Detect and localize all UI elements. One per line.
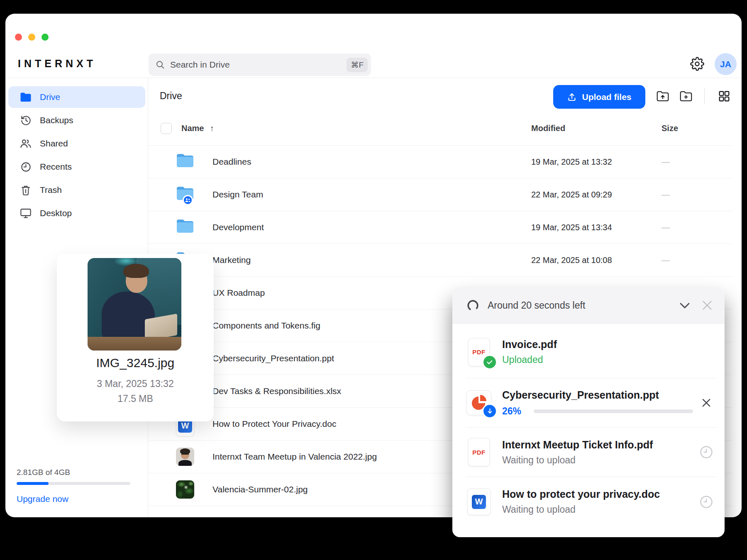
shared-people-icon bbox=[20, 137, 32, 150]
file-name: Marketing bbox=[212, 255, 251, 265]
preview-date: 3 Mar, 2025 13:32 bbox=[57, 378, 214, 390]
select-all-checkbox[interactable] bbox=[161, 123, 172, 134]
trash-icon bbox=[20, 184, 32, 196]
table-row[interactable]: Development 19 Mar, 2025 at 13:34 — bbox=[148, 211, 732, 244]
table-row[interactable]: Design Team 22 Mar, 2025 at 09:29 — bbox=[148, 178, 732, 211]
powerpoint-file-icon bbox=[466, 390, 492, 415]
file-size: — bbox=[662, 223, 670, 232]
storage-usage-text: 2.81GB of 4GB bbox=[17, 468, 130, 477]
close-icon bbox=[701, 299, 714, 312]
upload-icon bbox=[567, 92, 577, 102]
file-name: Internxt Team Meetup in Valencia 2022.jp… bbox=[212, 452, 377, 462]
app-window: INTERNXT Search in Drive ⌘F JA Drive bbox=[5, 14, 742, 517]
preview-size: 17.5 MB bbox=[57, 393, 214, 404]
sidebar-item-recents[interactable]: Recents bbox=[8, 156, 145, 178]
settings-gear-icon[interactable] bbox=[690, 57, 704, 71]
chevron-down-icon bbox=[678, 298, 692, 312]
file-name: Design Team bbox=[212, 190, 263, 200]
file-modified: 19 Mar, 2025 at 13:32 bbox=[531, 157, 612, 167]
file-name: Deadlines bbox=[212, 157, 251, 167]
sidebar-item-label: Drive bbox=[40, 92, 60, 102]
file-size: — bbox=[662, 157, 670, 167]
upload-item-name: Cybersecurity_Presentation.ppt bbox=[502, 389, 697, 401]
preview-image bbox=[88, 258, 181, 351]
close-icon bbox=[700, 397, 713, 409]
upload-item: PDF Invoice.pdf Uploaded bbox=[466, 326, 717, 378]
file-name: Valencia-Summer-02.jpg bbox=[212, 485, 308, 494]
internxt-logo: INTERNXT bbox=[18, 58, 96, 70]
upload-folder-icon[interactable] bbox=[657, 90, 669, 102]
sidebar-item-label: Recents bbox=[40, 162, 72, 172]
upload-files-button[interactable]: Upload files bbox=[553, 85, 645, 109]
waiting-clock-icon bbox=[697, 445, 715, 460]
file-name: Components and Tokens.fig bbox=[212, 321, 320, 331]
column-header-modified[interactable]: Modified bbox=[531, 124, 565, 133]
search-shortcut-badge: ⌘F bbox=[347, 58, 368, 72]
upload-progress-panel: Around 20 seconds left PDF Invoice.pdf bbox=[452, 287, 725, 537]
table-row[interactable]: Deadlines 19 Mar, 2025 at 13:32 — bbox=[148, 146, 732, 178]
upload-item-status: Uploaded bbox=[502, 354, 715, 365]
cancel-upload-button[interactable] bbox=[697, 397, 715, 409]
upload-progress-track bbox=[534, 409, 693, 413]
table-row[interactable]: Marketing 22 Mar, 2025 at 10:08 — bbox=[148, 244, 732, 277]
upload-item: PDF Internxt Meetup Ticket Info.pdf Wait… bbox=[466, 428, 717, 477]
file-size: — bbox=[662, 256, 670, 265]
drive-folder-icon bbox=[20, 91, 32, 103]
spinner-icon bbox=[466, 299, 479, 312]
upload-item-name: Invoice.pdf bbox=[502, 338, 715, 351]
sidebar-item-backups[interactable]: Backups bbox=[8, 110, 145, 131]
upload-item: Cybersecurity_Presentation.ppt 26% bbox=[466, 378, 717, 428]
folder-icon bbox=[176, 218, 194, 236]
file-name: Cybersecurity_Presentation.ppt bbox=[212, 353, 334, 363]
search-placeholder: Search in Drive bbox=[170, 60, 347, 70]
column-header-name[interactable]: Name↑ bbox=[181, 124, 214, 133]
upload-files-label: Upload files bbox=[582, 92, 631, 102]
collapse-panel-button[interactable] bbox=[676, 297, 693, 314]
desktop-monitor-icon bbox=[20, 207, 32, 219]
uploading-arrow-icon bbox=[482, 404, 497, 419]
upload-item-status: Waiting to upload bbox=[502, 504, 697, 515]
sidebar-item-desktop[interactable]: Desktop bbox=[8, 202, 145, 224]
file-modified: 22 Mar, 2025 at 09:29 bbox=[531, 190, 612, 200]
close-panel-button[interactable] bbox=[699, 297, 715, 314]
sidebar-item-label: Desktop bbox=[40, 208, 72, 218]
search-input[interactable]: Search in Drive ⌘F bbox=[149, 54, 371, 76]
file-name: Development bbox=[212, 222, 264, 232]
user-avatar[interactable]: JA bbox=[715, 53, 737, 75]
file-size: — bbox=[662, 190, 670, 200]
pdf-file-icon: PDF bbox=[466, 338, 492, 366]
upload-item-status: Waiting to upload bbox=[502, 455, 697, 466]
page-title: Drive bbox=[160, 90, 182, 102]
upload-percent: 26% bbox=[502, 406, 529, 417]
sidebar-item-shared[interactable]: Shared bbox=[8, 133, 145, 154]
file-name: Dev Tasks & Responsibilities.xlsx bbox=[212, 386, 341, 396]
search-icon bbox=[155, 60, 165, 70]
photo-thumbnail bbox=[176, 448, 194, 466]
storage-progress-track bbox=[17, 482, 130, 485]
file-modified: 22 Mar, 2025 at 10:08 bbox=[531, 256, 612, 265]
pdf-file-icon: PDF bbox=[466, 438, 492, 466]
sidebar-item-drive[interactable]: Drive bbox=[8, 86, 145, 108]
sidebar-item-label: Trash bbox=[40, 185, 62, 195]
upload-time-remaining: Around 20 seconds left bbox=[488, 300, 676, 311]
toolbar-divider bbox=[704, 88, 705, 104]
sidebar-item-label: Backups bbox=[40, 115, 73, 125]
sort-ascending-icon: ↑ bbox=[210, 124, 214, 133]
grid-view-icon[interactable] bbox=[718, 90, 730, 102]
column-header-size[interactable]: Size bbox=[662, 124, 678, 133]
storage-progress-fill bbox=[17, 482, 49, 485]
word-file-icon: W bbox=[466, 489, 492, 515]
sidebar-item-trash[interactable]: Trash bbox=[8, 179, 145, 201]
preview-filename: IMG_3245.jpg bbox=[57, 356, 214, 370]
upload-item-name: Internxt Meetup Ticket Info.pdf bbox=[502, 439, 697, 451]
waiting-clock-icon bbox=[697, 494, 715, 509]
uploaded-check-icon bbox=[482, 355, 497, 370]
upgrade-now-link[interactable]: Upgrade now bbox=[17, 494, 130, 504]
file-modified: 19 Mar, 2025 at 13:34 bbox=[531, 223, 612, 232]
desktop-background: { "window": { "brand": "INTERNXT", "traf… bbox=[0, 0, 747, 560]
top-bar: INTERNXT Search in Drive ⌘F JA bbox=[5, 14, 742, 78]
file-preview-card: IMG_3245.jpg 3 Mar, 2025 13:32 17.5 MB bbox=[57, 254, 214, 421]
file-name: UX Roadmap bbox=[212, 288, 265, 298]
upload-item: W How to protect your privacy.doc Waitin… bbox=[466, 477, 717, 526]
new-folder-icon[interactable] bbox=[680, 90, 692, 102]
